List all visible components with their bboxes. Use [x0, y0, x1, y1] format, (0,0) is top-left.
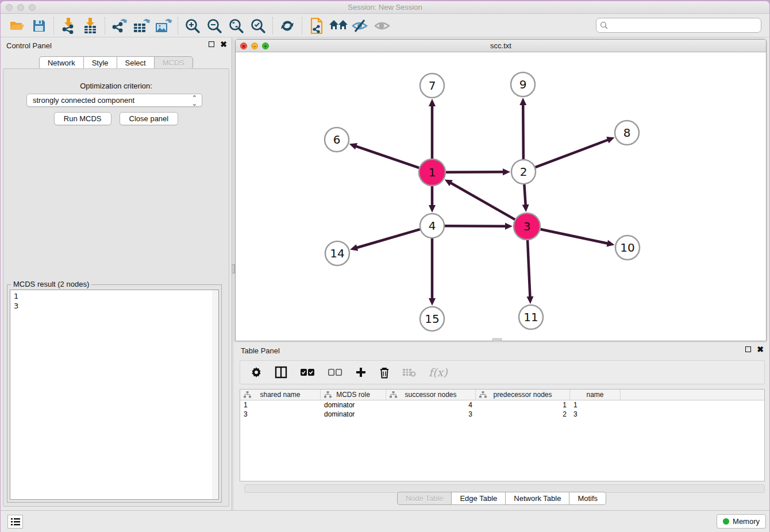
select-all-columns-icon[interactable]	[300, 368, 315, 376]
zoom-selected-icon[interactable]	[247, 16, 269, 36]
toolbar-separator	[178, 17, 178, 34]
zoom-fit-icon[interactable]	[225, 16, 247, 36]
float-panel-icon[interactable]	[209, 41, 214, 47]
deselect-all-columns-icon[interactable]	[328, 368, 342, 376]
app-window: Session: New Session	[1, 1, 769, 532]
criterion-select[interactable]: strongly connected component ⌃⌄	[26, 94, 202, 107]
cell-predecessor-nodes[interactable]: 2	[476, 410, 570, 419]
create-column-icon[interactable]	[355, 367, 367, 378]
run-mcds-button[interactable]: Run MCDS	[54, 112, 111, 125]
cell-name[interactable]: 1	[570, 400, 621, 410]
cell-mcds-role[interactable]: dominator	[321, 400, 386, 410]
graph-node-label: 4	[429, 219, 436, 233]
import-network-icon[interactable]	[57, 16, 79, 36]
network-resize-grip[interactable]	[492, 338, 502, 341]
cell-successor-nodes[interactable]: 3	[386, 410, 476, 419]
tab-motifs[interactable]: Motifs	[569, 492, 606, 505]
zoom-out-icon[interactable]	[203, 16, 225, 36]
column-mcds-role[interactable]: MCDS role	[321, 390, 386, 400]
cell-name[interactable]: 3	[570, 410, 621, 419]
memory-label: Memory	[733, 517, 760, 526]
cell-shared-name[interactable]: 1	[240, 400, 321, 410]
export-table-icon[interactable]	[130, 16, 152, 36]
graph-edge-3-10[interactable]	[540, 229, 608, 244]
status-bar: Memory	[1, 510, 769, 532]
tab-edge-table[interactable]: Edge Table	[451, 492, 505, 505]
title-bar: Session: New Session	[1, 1, 769, 14]
mcds-result-box: MCDS result (2 nodes) 1 3	[7, 284, 222, 503]
result-scrollbar[interactable]	[212, 290, 218, 499]
edge-arrowhead-icon	[503, 168, 510, 175]
list-icon	[11, 518, 20, 526]
edge-arrowhead-icon	[606, 137, 614, 143]
criterion-value: strongly connected component	[33, 96, 134, 105]
import-table-icon[interactable]	[79, 16, 101, 36]
column-predecessor-nodes[interactable]: predecessor nodes	[476, 390, 570, 400]
graph-edge-3-11[interactable]	[528, 240, 530, 298]
graph-edge-4-3[interactable]	[445, 226, 506, 226]
delete-table-icon[interactable]	[402, 368, 416, 377]
edge-arrowhead-icon	[519, 98, 526, 105]
cell-successor-nodes[interactable]: 4	[386, 400, 476, 410]
tab-mcds[interactable]: MCDS	[154, 56, 193, 70]
show-column-panel-icon[interactable]	[275, 366, 287, 379]
float-table-panel-icon[interactable]	[745, 346, 751, 352]
network-graph[interactable]: 7968124314101511	[236, 52, 766, 341]
tab-network-table[interactable]: Network Table	[505, 492, 569, 505]
search-field[interactable]	[596, 18, 761, 33]
open-session-icon[interactable]	[6, 16, 28, 36]
close-panel-icon[interactable]: ✖	[220, 41, 227, 47]
close-table-panel-icon[interactable]: ✖	[757, 346, 764, 352]
graph-edge-4-14[interactable]	[356, 229, 420, 248]
close-panel-button[interactable]: Close panel	[120, 112, 179, 125]
graph-node-label: 8	[623, 126, 631, 140]
memory-status-icon	[723, 518, 729, 525]
cell-shared-name[interactable]: 3	[240, 410, 321, 419]
toolbar-separator	[105, 17, 105, 34]
graph-edge-3-1[interactable]	[450, 183, 515, 219]
hierarchy-icon	[324, 391, 332, 398]
apply-layout-icon[interactable]	[276, 16, 298, 36]
export-image-icon[interactable]	[152, 16, 174, 36]
node-table[interactable]: shared name MCDS role successor nodes pr…	[240, 389, 765, 481]
duplicate-network-icon[interactable]	[306, 16, 328, 36]
graph-edge-2-9[interactable]	[523, 104, 523, 159]
graph-edge-2-3[interactable]	[524, 184, 525, 206]
column-shared-name[interactable]: shared name	[240, 390, 321, 400]
edge-arrowhead-icon	[526, 296, 533, 304]
table-row[interactable]: 3 dominator 3 2 3	[240, 410, 764, 419]
network-canvas[interactable]: 7968124314101511	[236, 52, 766, 341]
save-session-icon[interactable]	[28, 16, 50, 36]
tab-select[interactable]: Select	[117, 56, 154, 70]
cell-mcds-role[interactable]: dominator	[321, 410, 386, 419]
graph-edge-2-8[interactable]	[536, 140, 609, 167]
hide-selected-icon[interactable]	[349, 16, 371, 36]
table-toolbar: f(x)	[240, 360, 765, 384]
tab-style[interactable]: Style	[83, 56, 117, 70]
hierarchy-icon	[244, 391, 251, 398]
task-history-button[interactable]	[7, 515, 23, 529]
table-row[interactable]: 1 dominator 4 1 1	[240, 400, 764, 410]
mcds-result-text[interactable]: 1 3	[10, 290, 219, 500]
show-all-icon[interactable]	[371, 16, 393, 36]
network-window: ✕ − + scc.txt 7968124314101511	[235, 39, 767, 341]
zoom-in-icon[interactable]	[182, 16, 203, 36]
column-successor-nodes[interactable]: successor nodes	[386, 390, 476, 400]
control-panel-tabs: Network Style Select MCDS	[39, 56, 193, 70]
tab-network[interactable]: Network	[39, 56, 83, 70]
cell-predecessor-nodes[interactable]: 1	[476, 400, 570, 410]
graph-edge-1-2[interactable]	[446, 172, 504, 172]
search-input[interactable]	[596, 18, 761, 33]
column-name[interactable]: name	[570, 390, 621, 400]
network-window-titlebar[interactable]: ✕ − + scc.txt	[236, 40, 766, 52]
toolbar-separator	[302, 17, 302, 34]
graph-edge-1-6[interactable]	[355, 146, 419, 168]
home-neighbors-icon[interactable]	[328, 16, 349, 36]
edge-arrowhead-icon	[505, 223, 513, 230]
tab-node-table[interactable]: Node Table	[397, 492, 452, 505]
function-builder-icon[interactable]: f(x)	[429, 366, 448, 379]
table-options-gear-icon[interactable]	[251, 367, 262, 378]
memory-button[interactable]: Memory	[717, 514, 766, 529]
export-network-icon[interactable]	[109, 16, 130, 36]
delete-column-icon[interactable]	[379, 367, 390, 379]
